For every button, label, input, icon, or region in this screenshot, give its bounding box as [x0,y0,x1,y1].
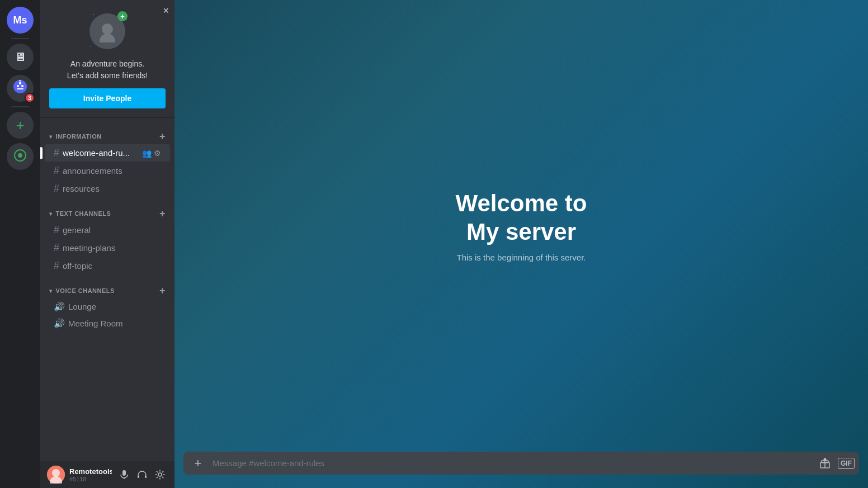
svg-point-10 [100,34,115,42]
channel-name-announcements: announcements [63,166,161,176]
svg-point-9 [102,23,113,35]
category-label-text-channels: TEXT CHANNELS [56,210,111,217]
channel-item-resources[interactable]: # resources [45,180,170,197]
chevron-down-icon-2: ▾ [49,211,53,217]
svg-point-12 [52,469,60,477]
welcome-line-1: Welcome to [456,189,587,217]
category-header-information[interactable]: ▾ INFORMATION + [40,122,174,144]
category-information: ▾ INFORMATION + # welcome-and-ru... 👥 ⚙ … [40,122,174,197]
svg-point-1 [17,85,19,87]
channel-name-meeting-plans: meeting-plans [63,243,161,253]
chevron-down-icon-3: ▾ [49,288,53,294]
category-add-information[interactable]: + [159,131,166,141]
voice-icon-2: 🔊 [54,318,65,329]
svg-rect-14 [122,470,126,476]
sidebar-server-ms[interactable]: Ms [7,7,34,34]
user-avatar-large: + [89,13,125,49]
channel-item-announcements[interactable]: # announcements [45,162,170,179]
sidebar-divider-2 [11,106,29,107]
channel-item-lounge[interactable]: 🔊 Lounge [45,299,170,315]
channel-item-welcome-and-rules[interactable]: # welcome-and-ru... 👥 ⚙ [45,144,170,162]
category-voice-channels: ▾ VOICE CHANNELS + 🔊 Lounge 🔊 Meeting Ro… [40,277,174,331]
user-avatar [47,466,65,484]
channel-name-welcome: welcome-and-ru... [63,148,139,158]
hash-icon: # [54,183,59,195]
hash-icon: # [54,147,59,159]
category-header-voice-channels[interactable]: ▾ VOICE CHANNELS + [40,277,174,298]
svg-point-8 [18,153,22,158]
user-area: Remotetools #5118 [40,461,174,488]
user-controls [116,467,168,482]
headphones-button[interactable] [134,467,150,482]
channel-actions: 👥 ⚙ [142,149,161,158]
svg-rect-17 [145,475,147,478]
plus-icon: + [195,456,202,471]
category-label-voice-channels: VOICE CHANNELS [56,287,115,294]
category-add-text[interactable]: + [159,209,166,219]
gif-button[interactable]: GIF [838,458,855,469]
avatar-container: · + · · + [49,9,166,54]
settings-icon[interactable]: ⚙ [154,149,161,158]
message-input[interactable] [213,452,812,475]
hash-icon: # [54,260,59,272]
invite-people-button[interactable]: Invite People [49,88,166,108]
svg-point-2 [21,85,23,87]
message-add-button[interactable]: + [188,453,208,473]
hash-icon: # [54,224,59,236]
channel-list: ▾ INFORMATION + # welcome-and-ru... 👥 ⚙ … [40,118,174,461]
hash-icon: # [54,165,59,177]
welcome-line-2: My server [456,218,587,246]
welcome-area: Welcome to My server This is the beginni… [174,0,868,452]
gift-button[interactable] [817,455,833,472]
svg-rect-16 [138,475,139,478]
channel-name-meeting-room: Meeting Room [68,319,161,328]
invite-popup: × · + · · + An adventure begins. Le [40,0,174,118]
invite-text: An adventure begins. Let's add some frie… [49,58,166,82]
microphone-button[interactable] [116,467,132,482]
sparkle-dot-4: · [89,43,91,49]
channel-item-general[interactable]: # general [45,221,170,239]
channel-name-resources: resources [63,184,161,193]
invite-icon[interactable]: 👥 [142,149,152,158]
settings-button[interactable] [152,467,168,482]
user-info: Remotetools #5118 [69,467,112,482]
channel-name-off-topic: off-topic [63,261,161,271]
category-text-channels: ▾ TEXT CHANNELS + # general # meeting-pl… [40,200,174,274]
sidebar-server-monitor[interactable]: 🖥 [7,44,34,70]
user-tag: #5118 [69,476,112,482]
svg-point-6 [19,80,20,81]
sidebar-server-robotic[interactable]: 3 [7,75,34,102]
category-left-text: ▾ TEXT CHANNELS [49,210,111,217]
username: Remotetools [69,467,112,476]
explore-icon [13,149,27,165]
chevron-down-icon: ▾ [49,134,53,140]
monitor-icon: 🖥 [15,51,26,64]
channel-item-meeting-room[interactable]: 🔊 Meeting Room [45,315,170,331]
voice-icon: 🔊 [54,301,65,312]
channel-sidebar: × · + · · + An adventure begins. Le [40,0,174,488]
svg-rect-3 [17,88,23,89]
channel-item-meeting-plans[interactable]: # meeting-plans [45,239,170,257]
ms-label: Ms [13,15,27,26]
sparkle-dot-1: · [93,11,95,17]
category-left-voice: ▾ VOICE CHANNELS [49,287,115,294]
main-content: Welcome to My server This is the beginni… [174,0,868,488]
sidebar-divider [11,38,29,39]
category-label-information: INFORMATION [56,133,102,140]
welcome-subtitle: This is the beginning of this server. [457,253,586,262]
svg-point-18 [158,473,162,476]
channel-name-general: general [63,225,161,235]
category-left: ▾ INFORMATION [49,133,102,140]
message-right-icons: GIF [817,455,855,472]
category-add-voice[interactable]: + [159,286,166,296]
channel-name-lounge: Lounge [68,302,161,311]
channel-item-off-topic[interactable]: # off-topic [45,257,170,274]
add-server-icon: + [16,117,24,134]
category-header-text-channels[interactable]: ▾ TEXT CHANNELS + [40,200,174,221]
hash-icon: # [54,242,59,254]
add-server-button[interactable]: + [7,112,34,139]
app-sidebar: Ms 🖥 3 + [0,0,40,488]
welcome-title: Welcome to My server [456,189,587,246]
explore-button[interactable] [7,143,34,170]
message-input-area: + GIF [183,452,859,475]
